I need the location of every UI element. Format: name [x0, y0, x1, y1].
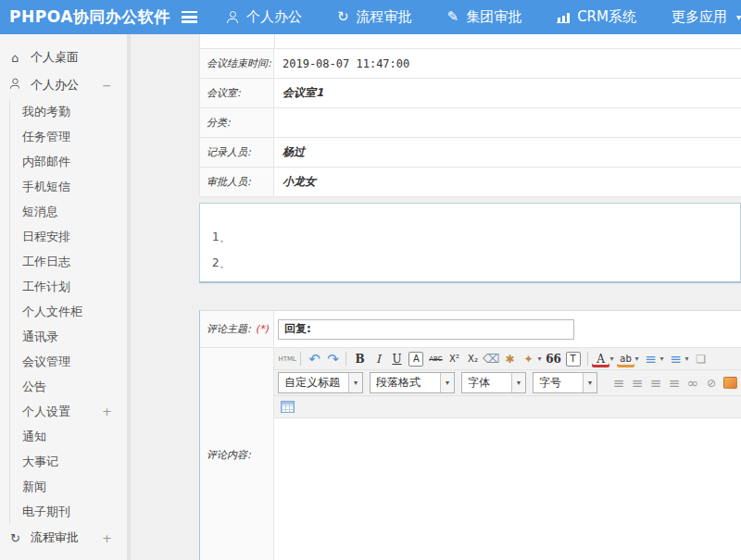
chevron-down-icon[interactable]: ▾ [348, 373, 362, 392]
collapse-icon[interactable]: − [102, 79, 112, 93]
strikethrough-button[interactable]: ABC [427, 350, 445, 367]
sidebar-item-label: 工作计划 [22, 279, 70, 295]
sidebar-item-label: 大事记 [22, 454, 58, 470]
sidebar-item-personal-office[interactable]: 个人办公− [0, 71, 127, 99]
toolbar-separator [587, 352, 588, 366]
top-nav: 个人办公↻流程审批✎集团审批CRM系统更多应用▾ [227, 8, 741, 26]
table-row-category: 分类: [200, 108, 741, 138]
sidebar-item-workflow-approval[interactable]: ↻流程审批+ [0, 524, 127, 552]
chevron-down-icon[interactable]: ▾ [685, 355, 689, 363]
font-family-select[interactable]: 字体▾ [461, 372, 526, 393]
sidebar-item-label: 会议管理 [22, 354, 70, 370]
sidebar-item-schedule[interactable]: 日程安排 [9, 224, 127, 249]
sidebar-item-major-events[interactable]: 大事记 [9, 449, 127, 474]
chevron-down-icon[interactable]: ▾ [610, 355, 614, 363]
expand-icon[interactable]: + [102, 404, 112, 418]
sidebar-item-notification[interactable]: 通知 [9, 424, 127, 449]
sidebar-item-label: 公告 [22, 379, 46, 395]
source-code-button[interactable]: HTML [279, 350, 296, 367]
chevron-down-icon[interactable]: ▾ [537, 355, 541, 363]
field-value-approver: 小龙女 [274, 168, 741, 196]
align-right-button[interactable]: ≡ [647, 374, 665, 392]
underline-button[interactable]: U [388, 350, 406, 367]
nav-more-apps[interactable]: 更多应用▾ [672, 8, 741, 26]
image-button[interactable] [722, 374, 739, 392]
nav-crm-system[interactable]: CRM系统 [557, 8, 636, 26]
chevron-down-icon[interactable]: ▾ [440, 373, 454, 392]
font-family-select-value: 字体 [462, 375, 511, 391]
new-page-button[interactable]: ❏ [692, 350, 710, 367]
sidebar-item-my-attendance[interactable]: 我的考勤 [9, 99, 127, 124]
font-color-button[interactable]: A [592, 350, 609, 367]
editor-toolbar-row3 [274, 396, 741, 418]
font-size-select[interactable]: 字号▾ [533, 372, 597, 393]
paste-text-button[interactable]: T [566, 352, 581, 367]
subscript-button[interactable]: X₂ [464, 350, 482, 367]
ordered-list-button[interactable]: ≡ [642, 350, 659, 367]
redo-button[interactable]: ↷ [324, 350, 342, 367]
sidebar-item-personal-file-cabinet[interactable]: 个人文件柜 [9, 299, 127, 324]
menu-icon[interactable] [182, 11, 197, 23]
editor-content-area[interactable] [274, 418, 741, 560]
field-label-approver: 审批人员: [200, 168, 274, 196]
table-row-meeting-end-time: 会议结束时间:2019-08-07 11:47:00 [200, 49, 741, 79]
link-button[interactable]: ∞ [684, 374, 702, 392]
sidebar-item-e-journal[interactable]: 电子期刊 [9, 499, 127, 524]
unlink-button[interactable]: ⊘ [703, 374, 721, 392]
bold-button[interactable]: B [351, 350, 369, 367]
undo-button[interactable]: ↶ [306, 350, 323, 367]
comment-content-row: 评论内容: HTML↶↷BIUAABCX²X₂⌫✱✦▾66TA▾ab▾≡▾≡▾❏… [200, 348, 741, 560]
sidebar-item-news[interactable]: 新闻 [9, 474, 127, 499]
paragraph-select[interactable]: 段落格式▾ [370, 372, 455, 393]
eraser-button[interactable]: ⌫ [483, 350, 500, 367]
heading-select[interactable]: 自定义标题▾ [278, 372, 363, 393]
chevron-down-icon[interactable]: ▾ [583, 373, 597, 392]
nav-personal-office[interactable]: 个人办公 [227, 8, 302, 26]
clear-format-button[interactable]: ✱ [501, 350, 519, 367]
chevron-down-icon[interactable]: ▾ [635, 355, 639, 363]
table-row-meeting-room: 会议室:会议室1 [200, 79, 741, 108]
sidebar-item-label: 短消息 [22, 204, 58, 220]
comment-subject-cell [274, 311, 741, 347]
sidebar-item-mobile-sms[interactable]: 手机短信 [9, 174, 127, 199]
edit-icon: ✎ [447, 10, 459, 24]
sidebar-item-personal-desktop[interactable]: ⌂个人桌面 [0, 44, 127, 71]
table-row-approver: 审批人员:小龙女 [200, 168, 741, 197]
chevron-down-icon[interactable]: ▾ [660, 355, 664, 363]
toolbar-separator [300, 352, 301, 366]
sidebar-item-work-plan[interactable]: 工作计划 [9, 274, 127, 299]
nav-more-apps-label: 更多应用 [672, 8, 727, 26]
minutes-box: 1、2、 [199, 203, 741, 283]
sidebar-item-work-diary[interactable]: 工作日志 [9, 249, 127, 274]
sidebar-item-contacts[interactable]: 通讯录 [9, 324, 127, 349]
sidebar-item-label: 我的考勤 [22, 104, 70, 120]
field-value-category [274, 108, 741, 137]
sidebar-item-meeting-management[interactable]: 会议管理 [9, 349, 127, 374]
sidebar-item-announcement[interactable]: 公告 [9, 374, 127, 399]
align-justify-button[interactable]: ≡ [666, 374, 684, 392]
align-left-button[interactable]: ≡ [610, 374, 628, 392]
superscript-button[interactable]: X² [446, 350, 463, 367]
sidebar-item-task-management[interactable]: 任务管理 [9, 124, 127, 149]
sidebar-item-internal-mail[interactable]: 内部邮件 [9, 149, 127, 174]
field-value-meeting-room: 会议室1 [274, 79, 741, 107]
auto-format-button[interactable]: ✦ [520, 350, 537, 367]
sidebar-item-label: 个人办公 [31, 77, 79, 93]
font-style-button[interactable]: A [408, 352, 423, 367]
editor-toolbar-row2: 自定义标题▾段落格式▾字体▾字号▾≡≡≡≡∞⊘ [274, 370, 741, 396]
nav-group-approval[interactable]: ✎集团审批 [447, 8, 522, 26]
comment-subject-input[interactable] [278, 319, 574, 340]
align-center-button[interactable]: ≡ [629, 374, 647, 392]
nav-workflow-approval[interactable]: ↻流程审批 [337, 8, 412, 26]
sidebar-item-short-message[interactable]: 短消息 [9, 199, 127, 224]
chevron-down-icon[interactable]: ▾ [511, 373, 525, 392]
comment-subject-row: 评论主题:(*) [200, 310, 741, 348]
table-button[interactable] [279, 398, 296, 416]
unordered-list-button[interactable]: ≡ [667, 350, 684, 367]
expand-icon[interactable]: + [102, 531, 112, 545]
sidebar-item-label: 个人文件柜 [22, 304, 82, 320]
blockquote-button[interactable]: 66 [545, 350, 562, 367]
highlight-button[interactable]: ab [617, 350, 634, 367]
italic-button[interactable]: I [370, 350, 387, 367]
sidebar-item-personal-settings[interactable]: 个人设置+ [9, 399, 127, 424]
